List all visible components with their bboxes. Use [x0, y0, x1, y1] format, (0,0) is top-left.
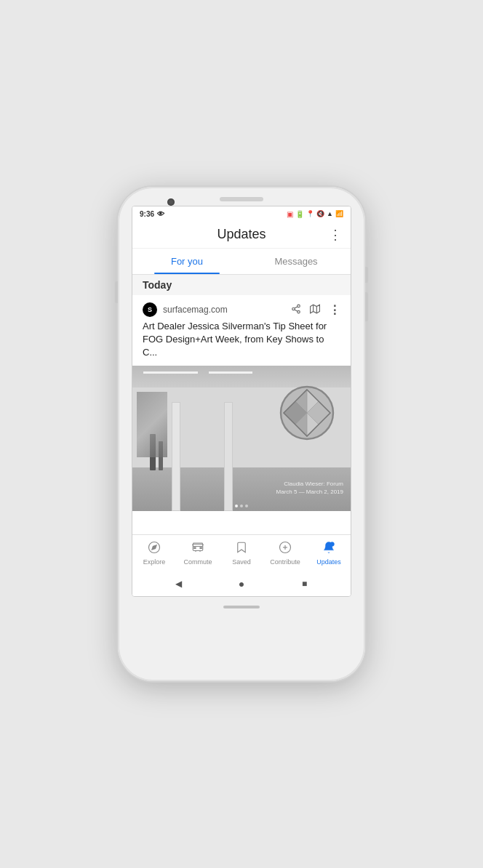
- nav-commute[interactable]: Commute: [176, 539, 220, 567]
- contribute-icon: [279, 541, 292, 557]
- nav-saved[interactable]: Saved: [220, 539, 263, 567]
- diamond-artwork: [278, 384, 336, 442]
- status-icons: ▣ 🔋 📍 🔇 ▲ 📶: [287, 210, 343, 218]
- signal-icon: 📶: [335, 210, 343, 217]
- volume-button: [115, 281, 118, 303]
- dot-1: [235, 505, 238, 507]
- news-card[interactable]: S surfacemag.com: [132, 295, 351, 511]
- news-image[interactable]: Claudia Wieser: Forum March 5 — March 2,…: [132, 366, 351, 511]
- android-nav-bar: ◀ ● ■: [132, 571, 351, 596]
- background-art: [137, 392, 167, 457]
- home-indicator: [223, 606, 260, 608]
- battery-outline-icon: ▣: [287, 210, 293, 218]
- phone-bottom: [118, 597, 365, 622]
- recents-button[interactable]: ■: [298, 577, 311, 590]
- bottom-nav: Explore Commute: [132, 534, 351, 571]
- dot-2: [240, 505, 243, 507]
- explore-label: Explore: [143, 558, 166, 566]
- share-icon[interactable]: [291, 304, 301, 316]
- map-icon[interactable]: [310, 304, 320, 316]
- image-dots: [235, 505, 248, 507]
- more-options-icon[interactable]: ⋮: [329, 303, 340, 317]
- ceiling-light-2: [209, 371, 252, 374]
- app-header: Updates ⋮: [132, 221, 351, 249]
- back-button[interactable]: ◀: [172, 577, 185, 590]
- ceiling-light-1: [143, 371, 198, 374]
- app-title: Updates: [217, 227, 266, 242]
- status-time-area: 9:36 👁: [140, 210, 164, 218]
- saved-label: Saved: [232, 558, 251, 566]
- commute-icon: [191, 541, 204, 557]
- phone-screen: 9:36 👁 ▣ 🔋 📍 🔇 ▲ 📶 Updates ⋮ For you: [132, 206, 351, 597]
- svg-point-26: [330, 542, 335, 547]
- news-title[interactable]: Art Dealer Jessica Silverman's Tip Sheet…: [132, 320, 351, 366]
- battery-icon: 🔋: [295, 210, 304, 218]
- updates-label: Updates: [316, 558, 341, 566]
- explore-icon: [148, 541, 161, 557]
- contribute-label: Contribute: [270, 558, 300, 566]
- tab-messages[interactable]: Messages: [242, 249, 351, 274]
- dot-3: [245, 505, 248, 507]
- gallery-scene-image: Claudia Wieser: Forum March 5 — March 2,…: [132, 366, 351, 511]
- source-name: surfacemag.com: [163, 305, 285, 315]
- power-button: [365, 292, 368, 321]
- mute-icon: 🔇: [316, 210, 324, 217]
- header-more-button[interactable]: ⋮: [329, 227, 342, 243]
- svg-line-3: [295, 309, 298, 310]
- updates-icon: [322, 541, 335, 557]
- phone-device: 9:36 👁 ▣ 🔋 📍 🔇 ▲ 📶 Updates ⋮ For you: [118, 187, 365, 681]
- svg-point-1: [292, 308, 295, 310]
- nav-updates[interactable]: Updates: [307, 539, 351, 567]
- power-button-top: [365, 267, 368, 283]
- news-source-row: S surfacemag.com: [132, 295, 351, 320]
- wifi-icon: ▲: [327, 210, 333, 217]
- column-middle: [224, 402, 233, 511]
- phone-top: [118, 187, 365, 206]
- svg-point-2: [298, 310, 300, 313]
- commute-label: Commute: [183, 558, 212, 566]
- nav-contribute[interactable]: Contribute: [263, 539, 307, 567]
- svg-rect-22: [200, 547, 201, 549]
- card-actions: ⋮: [291, 303, 340, 317]
- home-button[interactable]: ●: [235, 577, 248, 590]
- svg-marker-19: [152, 545, 156, 550]
- tabs-container: For you Messages: [132, 249, 351, 275]
- tab-for-you[interactable]: For you: [132, 249, 242, 274]
- status-time: 9:36: [140, 210, 154, 218]
- front-camera: [167, 198, 175, 206]
- section-today: Today: [132, 275, 351, 295]
- saved-icon: [235, 541, 248, 557]
- svg-rect-21: [194, 547, 196, 549]
- svg-point-0: [298, 305, 300, 308]
- speaker: [220, 197, 263, 201]
- nav-explore[interactable]: Explore: [132, 539, 176, 567]
- image-caption: Claudia Wieser: Forum March 5 — March 2,…: [276, 480, 343, 496]
- svg-marker-5: [311, 305, 320, 313]
- location-icon: 📍: [306, 210, 314, 217]
- svg-line-4: [295, 306, 298, 308]
- eye-icon: 👁: [157, 210, 164, 218]
- column-left: [172, 402, 180, 511]
- status-bar: 9:36 👁 ▣ 🔋 📍 🔇 ▲ 📶: [132, 206, 351, 221]
- source-logo: S: [143, 302, 157, 317]
